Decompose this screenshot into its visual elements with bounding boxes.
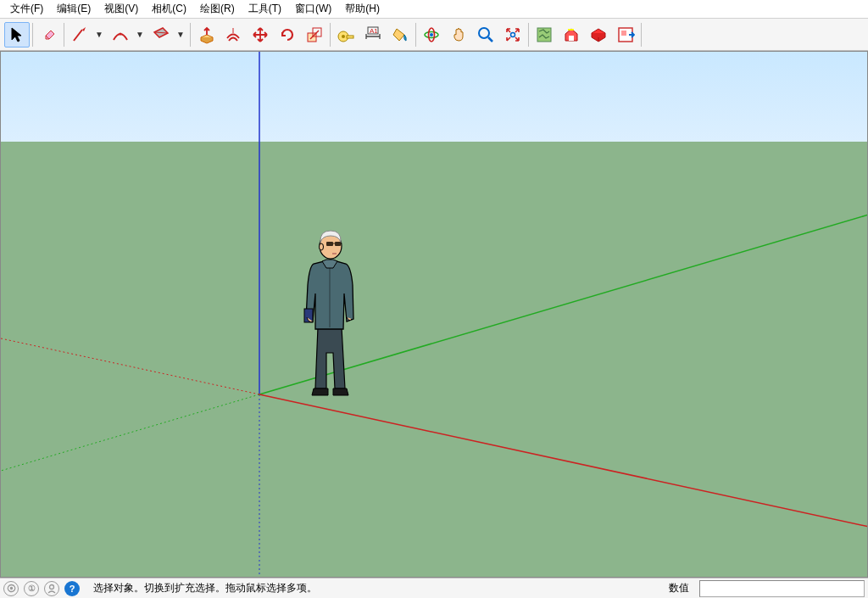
layout-tool[interactable]: [613, 22, 638, 48]
offset-tool[interactable]: [220, 22, 246, 48]
extension-warehouse-tool[interactable]: [586, 22, 611, 48]
value-input[interactable]: [699, 580, 865, 597]
menu-bar: 文件(F) 编辑(E) 视图(V) 相机(C) 绘图(R) 工具(T) 窗口(W…: [0, 0, 868, 19]
push-pull-tool[interactable]: [193, 22, 219, 48]
svg-point-11: [479, 28, 489, 38]
paint-bucket-tool[interactable]: [387, 22, 413, 48]
svg-point-24: [50, 584, 54, 589]
eraser-tool[interactable]: [36, 22, 61, 48]
separator: [64, 23, 64, 47]
status-hint: 选择对象。切换到扩充选择。拖动鼠标选择多项。: [85, 581, 659, 595]
profile-icon[interactable]: [44, 581, 59, 596]
menu-window[interactable]: 窗口(W): [288, 0, 338, 18]
toolbar: ▼ ▼ ▼ A1: [0, 19, 868, 51]
zoom-tool[interactable]: [473, 22, 498, 48]
select-tool[interactable]: [4, 22, 30, 48]
dimension-tool[interactable]: A1: [360, 22, 386, 48]
svg-point-10: [430, 33, 433, 36]
svg-rect-22: [335, 242, 341, 246]
pan-tool[interactable]: [446, 22, 471, 48]
svg-point-20: [320, 243, 324, 250]
orbit-tool[interactable]: [419, 22, 444, 48]
move-tool[interactable]: [248, 22, 273, 48]
axes-overlay: [1, 52, 867, 577]
svg-rect-14: [569, 36, 574, 41]
red-axis-pos: [259, 394, 867, 527]
value-label: 数值: [664, 581, 694, 595]
menu-file[interactable]: 文件(F): [3, 0, 50, 18]
red-axis-neg: [1, 338, 259, 394]
menu-draw[interactable]: 绘图(R): [193, 0, 242, 18]
line-tool-dropdown[interactable]: ▼: [93, 30, 105, 39]
get-location-tool[interactable]: [531, 22, 557, 48]
geo-location-icon[interactable]: ⦿: [3, 581, 19, 596]
svg-rect-5: [347, 36, 353, 38]
svg-rect-16: [621, 31, 626, 36]
menu-camera[interactable]: 相机(C): [145, 0, 193, 18]
line-tool[interactable]: [67, 22, 92, 48]
rectangle-tool[interactable]: [148, 22, 174, 48]
svg-point-12: [511, 32, 515, 36]
credits-icon[interactable]: ①: [24, 581, 39, 596]
svg-point-0: [120, 32, 122, 35]
separator: [415, 23, 416, 47]
green-axis-neg: [1, 394, 259, 471]
status-bar: ⦿ ① ? 选择对象。切换到扩充选择。拖动鼠标选择多项。 数值: [0, 578, 868, 598]
arc-tool[interactable]: [108, 22, 133, 48]
human-figure[interactable]: [292, 226, 369, 400]
separator: [190, 23, 191, 47]
separator: [330, 23, 331, 47]
help-icon[interactable]: ?: [64, 581, 80, 596]
rotate-tool[interactable]: [275, 22, 300, 48]
separator: [32, 23, 33, 47]
shape-tool-dropdown[interactable]: ▼: [175, 30, 186, 39]
scale-tool[interactable]: [302, 22, 327, 48]
svg-rect-21: [326, 242, 333, 246]
separator: [641, 23, 642, 47]
menu-edit[interactable]: 编辑(E): [50, 0, 97, 18]
arc-tool-dropdown[interactable]: ▼: [134, 30, 146, 39]
menu-tools[interactable]: 工具(T): [242, 0, 288, 18]
menu-view[interactable]: 视图(V): [97, 0, 145, 18]
3d-warehouse-tool[interactable]: [559, 22, 584, 48]
menu-help[interactable]: 帮助(H): [338, 0, 387, 18]
svg-point-4: [342, 35, 345, 38]
separator: [528, 23, 529, 47]
zoom-extents-tool[interactable]: [500, 22, 526, 48]
tape-measure-tool[interactable]: [333, 22, 359, 48]
viewport-3d[interactable]: [0, 51, 868, 578]
